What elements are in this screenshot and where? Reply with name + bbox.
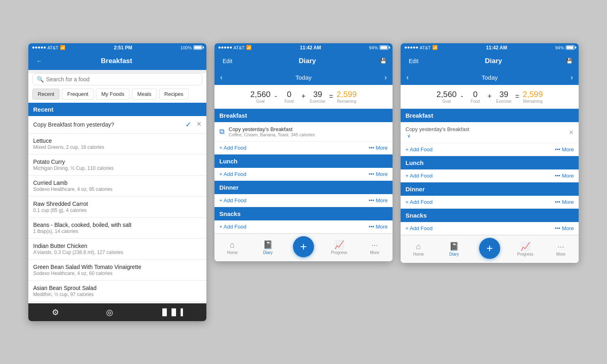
save-button-3[interactable]: 💾 (566, 58, 573, 64)
goal-value: 2,560 (250, 90, 270, 99)
tab-recent[interactable]: Recent (32, 89, 59, 99)
nav-diary-2[interactable]: 📓 Diary (256, 240, 280, 255)
prev-day-3[interactable]: ‹ (406, 73, 409, 82)
tab-recipes[interactable]: Recipes (159, 89, 189, 99)
list-item[interactable]: Raw Shredded Carrot 0.1 cup (85 g), 4 ca… (28, 197, 206, 218)
add-food-snacks-2[interactable]: + Add Food (219, 224, 246, 230)
more-lunch-2[interactable]: ••• More (369, 171, 388, 177)
copy-banner-info: Copy yesterday's Breakfast ∨ (405, 126, 569, 139)
add-food-snacks-3[interactable]: + Add Food (405, 225, 433, 231)
calorie-summary-2: 2,560 Goal - 0 Food + 39 Exercise = 2,59… (214, 85, 393, 109)
edit-button-2[interactable]: Edit (220, 56, 235, 66)
list-item[interactable]: Beans - Black, cooked, boiled, with salt… (28, 218, 206, 239)
meal-content-dinner-3: + Add Food ••• More (401, 196, 579, 209)
more-lunch-3[interactable]: ••• More (555, 173, 574, 179)
header-title-2: Diary (235, 57, 380, 65)
today-label-2: Today (295, 74, 312, 81)
meal-food-info-2: Copy yesterday's Breakfast Coffee, Cream… (229, 126, 388, 137)
tab-meals[interactable]: Meals (132, 89, 157, 99)
nav-home-3[interactable]: ⌂ Home (406, 242, 431, 256)
remaining-label: Remaining (337, 99, 357, 104)
nav-add-2[interactable]: + (291, 236, 316, 259)
meal-action-dinner-2: + Add Food ••• More (214, 194, 393, 207)
signal-3 (405, 47, 418, 49)
copy-food-sub-2: Coffee, Cream, Banana, Toast. 345 calori… (229, 132, 388, 137)
remaining-value-3: 2,599 (523, 90, 543, 99)
home-label-2: Home (227, 250, 238, 255)
check-circle-icon[interactable]: ◎ (106, 307, 113, 317)
nav-add-3[interactable]: + (478, 238, 502, 260)
exercise-value: 39 (310, 90, 326, 99)
food-cal-3: 0 Food (467, 90, 483, 104)
meal-action-snacks-3: + Add Food ••• More (401, 222, 579, 235)
more-breakfast-2[interactable]: ••• More (369, 145, 388, 151)
edit-button-3[interactable]: Edit (406, 56, 421, 66)
food-name: Lettuce (33, 138, 202, 144)
more-snacks-3[interactable]: ••• More (555, 225, 574, 231)
food-name: Raw Shredded Carrot (33, 201, 202, 207)
time-3: 11:42 AM (486, 45, 507, 51)
more-dinner-3[interactable]: ••• More (555, 199, 574, 205)
add-food-lunch-3[interactable]: + Add Food (405, 173, 433, 179)
remaining-value: 2,599 (337, 90, 357, 99)
list-item[interactable]: Asian Bean Sprout Salad Medithin, ½ cup,… (28, 281, 206, 302)
meal-header-lunch-3: Lunch (401, 156, 579, 169)
add-food-lunch-2[interactable]: + Add Food (219, 171, 246, 177)
food-name: Indian Butter Chicken (33, 243, 202, 249)
progress-icon-2: 📈 (334, 240, 344, 250)
more-breakfast-3[interactable]: ••• More (555, 146, 574, 152)
battery-pct-1: 100% (180, 45, 192, 50)
dismiss-copy-icon[interactable]: ✕ (196, 120, 202, 129)
search-input-1[interactable] (46, 76, 198, 83)
barcode-icon[interactable]: ▐▌▐▌▐ (160, 309, 183, 316)
wifi-icon-3: 📶 (432, 45, 438, 50)
meal-action-lunch-3: + Add Food ••• More (401, 169, 579, 182)
food-name: Beans - Black, cooked, boiled, with salt (33, 222, 202, 228)
save-button-2[interactable]: 💾 (380, 58, 387, 64)
add-food-dinner-2[interactable]: + Add Food (219, 197, 246, 203)
next-day-2[interactable]: › (384, 73, 387, 82)
nav-home-2[interactable]: ⌂ Home (220, 240, 244, 255)
meal-header-breakfast-3: Breakfast (401, 109, 579, 122)
next-day-3[interactable]: › (571, 73, 573, 82)
list-item[interactable]: Lettuce Mixed Greens, 2 cup, 18 calories (28, 133, 206, 154)
meal-content-lunch-3: + Add Food ••• More (401, 169, 579, 182)
more-dinner-2[interactable]: ••• More (369, 197, 388, 203)
diary-icon-3: 📓 (449, 241, 459, 251)
nav-more-3[interactable]: ··· More (549, 242, 573, 256)
settings-icon[interactable]: ⚙ (52, 307, 59, 317)
bottom-nav-3: ⌂ Home 📓 Diary + 📈 Progress ··· More (401, 235, 579, 263)
list-item[interactable]: Curried Lamb Sodexo Healthcare, 4 oz, 95… (28, 176, 206, 197)
copy-banner-text-3: Copy yesterday's Breakfast (405, 126, 569, 132)
diary-icon-2: 📓 (263, 240, 273, 250)
list-item[interactable]: Indian Butter Chicken A'viands, 0.3 Cup … (28, 239, 206, 260)
confirm-copy-icon[interactable]: ✓ (185, 120, 191, 129)
list-item[interactable]: Potato Curry Michigan Dining, ½ Cup, 110… (28, 154, 206, 176)
back-button-1[interactable]: ← (34, 56, 45, 66)
add-food-dinner-3[interactable]: + Add Food (405, 199, 433, 205)
meal-action-breakfast-3: + Add Food ••• More (401, 143, 579, 156)
meal-breakfast-2: Breakfast ⧉ Copy yesterday's Breakfast C… (214, 109, 393, 154)
nav-more-2[interactable]: ··· More (363, 240, 387, 255)
tab-frequent[interactable]: Frequent (62, 89, 93, 99)
progress-icon-3: 📈 (520, 241, 531, 251)
add-circle-button-3[interactable]: + (479, 238, 500, 259)
food-details: Mixed Greens, 2 cup, 18 calories (33, 144, 202, 150)
today-label-3: Today (482, 74, 498, 81)
prev-day-2[interactable]: ‹ (220, 73, 223, 82)
more-snacks-2[interactable]: ••• More (369, 224, 388, 230)
tab-myfoods[interactable]: My Foods (96, 89, 129, 99)
copy-yesterday-row-2[interactable]: ⧉ Copy yesterday's Breakfast Coffee, Cre… (214, 122, 393, 142)
nav-progress-2[interactable]: 📈 Progress (327, 240, 351, 255)
battery-pct-3: 94% (555, 45, 564, 50)
dismiss-copy-banner-3[interactable]: ✕ (569, 129, 574, 136)
nav-progress-3[interactable]: 📈 Progress (513, 241, 537, 256)
exercise-value-3: 39 (496, 90, 512, 99)
status-bar-3: AT&T 📶 11:42 AM 94% (401, 43, 579, 52)
battery-icon-3 (566, 45, 575, 50)
list-item[interactable]: Green Bean Salad With Tomato Vinaigrette… (28, 260, 206, 281)
add-food-breakfast-3[interactable]: + Add Food (405, 146, 433, 152)
nav-diary-3[interactable]: 📓 Diary (442, 241, 466, 256)
add-food-breakfast-2[interactable]: + Add Food (219, 145, 246, 151)
add-circle-button-2[interactable]: + (293, 236, 314, 257)
